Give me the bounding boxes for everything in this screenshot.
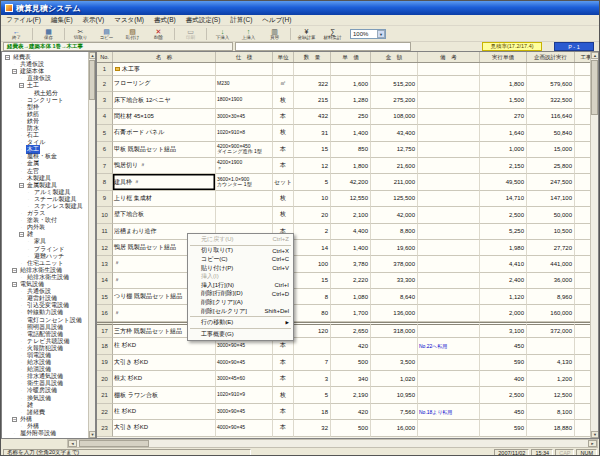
cell-exec-amount[interactable]: 50,840 [527, 125, 575, 141]
menu-item-8[interactable]: ヘルプ(H) [257, 15, 296, 25]
cell-quantity[interactable]: 8 [294, 289, 331, 305]
tree-scroll-thumb[interactable] [89, 60, 95, 100]
cell-unit-price[interactable]: 1,080 [331, 289, 371, 305]
cell-amount[interactable]: 275,200 [371, 92, 418, 108]
cell-exec-unit-price[interactable]: 590 [480, 355, 527, 371]
cell-amount[interactable]: 33,300 [371, 273, 418, 289]
cell-note[interactable] [418, 142, 480, 158]
tree-item[interactable]: ·型枠 [3, 104, 95, 111]
cell-exec-amount[interactable]: 247,500 [527, 174, 575, 190]
cell-exec-amount[interactable]: 8,100 [527, 404, 575, 420]
cell-name[interactable]: 床下地合板 12ベニヤ [113, 92, 216, 108]
cell-spec[interactable]: 4200×1900〃 [216, 158, 273, 174]
tree-collapse-icon[interactable]: − [12, 268, 17, 273]
cell-spec[interactable]: 3600×1.0×900カウンター 1型 [216, 174, 273, 190]
cell-exec-unit-price[interactable]: 1,000 [480, 142, 527, 158]
context-menu-item[interactable]: 工事概要(G) [188, 330, 293, 339]
cell-quantity[interactable]: 80 [294, 305, 331, 321]
menu-item-1[interactable]: ファイル(F) [1, 15, 46, 25]
cell-exec-amount[interactable]: 50,000 [527, 207, 575, 223]
cell-exec-unit-price[interactable] [480, 63, 527, 76]
cell-quantity[interactable]: 31 [294, 125, 331, 141]
cell-amount[interactable]: 12,750 [371, 142, 418, 158]
tree-collapse-icon[interactable]: − [19, 232, 24, 237]
cell-quantity[interactable]: 215 [294, 92, 331, 108]
cell-exec-amount[interactable]: 116,640 [527, 109, 575, 125]
context-menu-item[interactable]: コピー(C)Ctrl+C [188, 255, 293, 264]
cell-amount[interactable] [371, 63, 418, 76]
cell-name[interactable]: 石膏ボード パネル [113, 125, 216, 141]
cell-exec-unit-price[interactable]: 4,410 [480, 256, 527, 272]
zoom-select[interactable]: 100%▼ [350, 29, 386, 39]
cell-quantity[interactable]: 7 [294, 355, 331, 371]
page-break-button[interactable]: ▥頁替 [262, 26, 287, 41]
cell-unit-price[interactable]: 500 [331, 420, 371, 436]
cell-quantity[interactable] [294, 63, 331, 76]
cell-amount[interactable]: 19,600 [371, 240, 418, 256]
cell-exec-amount[interactable]: 27,720 [527, 240, 575, 256]
cell-note[interactable] [418, 420, 480, 436]
cut-button[interactable]: ✂切取り [68, 26, 93, 41]
cell-exec-amount[interactable] [527, 63, 575, 76]
menu-item-3[interactable]: 表示(V) [78, 15, 110, 25]
cell-unit-price[interactable]: 3,780 [331, 256, 371, 272]
cell-unit-price[interactable]: 1,400 [331, 240, 371, 256]
cell-quantity[interactable]: 2 [294, 224, 331, 240]
cell-spec[interactable]: 1020×910×9 [216, 387, 273, 403]
cell-unit[interactable]: 枚 [273, 92, 294, 108]
cell-spec[interactable]: 3000×90×45 [216, 404, 273, 420]
tree-item[interactable]: ·石工 [3, 132, 95, 139]
cell-note[interactable] [418, 289, 480, 305]
context-menu-item[interactable]: 削除[行削除](D)Ctrl+D [188, 290, 293, 299]
tree-item[interactable]: ·換気設備 [3, 395, 95, 402]
cell-unit[interactable]: 枚 [273, 125, 294, 141]
amount-calc-button[interactable]: ¥金額計算 [294, 26, 319, 41]
cell-amount[interactable]: 3,500 [371, 355, 418, 371]
context-menu-item[interactable]: 削除[クリア](A) [188, 298, 293, 307]
cell-spec[interactable]: 4000×90×45 [216, 355, 273, 371]
cell-note[interactable] [418, 92, 480, 108]
cell-name[interactable]: 上り框 集成材 [113, 191, 216, 207]
cell-unit-price[interactable]: 2,100 [331, 207, 371, 223]
cell-unit[interactable]: 本 [273, 404, 294, 420]
cell-unit-price[interactable]: 12,550 [331, 191, 371, 207]
cell-quantity[interactable] [294, 338, 331, 354]
hscroll-track[interactable]: ◄ ► [67, 439, 598, 448]
hscroll-left-icon[interactable]: ◄ [68, 440, 77, 447]
tree-item[interactable]: ·雑 [3, 402, 95, 409]
menu-item-5[interactable]: 書式(B) [149, 15, 181, 25]
cell-amount[interactable] [371, 338, 418, 354]
cell-unit-price[interactable]: 1,700 [331, 305, 371, 321]
cell-spec[interactable]: 3000×90×45 [216, 338, 273, 354]
cell-quantity[interactable]: 10 [294, 191, 331, 207]
cell-amount[interactable]: 8,640 [371, 289, 418, 305]
tree-item[interactable]: ·金属 [3, 160, 95, 167]
cell-amount[interactable]: 8,800 [371, 224, 418, 240]
cell-unit-price[interactable]: 2,190 [331, 387, 371, 403]
hscroll-thumb[interactable] [79, 440, 149, 447]
cell-name[interactable]: 壁下地合板 [113, 207, 216, 223]
cell-exec-unit-price[interactable]: 1,500 [480, 92, 527, 108]
cell-amount[interactable]: 515,200 [371, 76, 418, 92]
cell-note[interactable] [418, 305, 480, 321]
cell-spec[interactable] [216, 63, 273, 76]
cell-amount[interactable]: 136,000 [371, 305, 418, 321]
cell-unit-price[interactable]: 500 [331, 355, 371, 371]
table-scrollbar[interactable]: ▲ ▼ [590, 52, 598, 438]
tree-item[interactable]: ·塗装・吹付 [3, 217, 95, 224]
cell-amount[interactable]: 21,600 [371, 158, 418, 174]
cell-unit-price[interactable]: 2,650 [331, 322, 371, 338]
cell-spec[interactable]: M230 [216, 76, 273, 92]
tree-item[interactable]: ·コンクリート [3, 97, 95, 104]
cell-exec-unit-price[interactable]: 270 [480, 109, 527, 125]
cell-quantity[interactable]: 15 [294, 142, 331, 158]
cell-note[interactable] [418, 191, 480, 207]
cell-exec-unit-price[interactable]: 2,000 [480, 305, 527, 321]
cell-exec-amount[interactable]: 36,000 [527, 273, 575, 289]
tree-collapse-icon[interactable]: − [19, 183, 24, 188]
cell-unit[interactable]: 本 [273, 420, 294, 436]
cell-unit[interactable]: 本 [273, 158, 294, 174]
cell-amount[interactable]: 318,000 [371, 322, 418, 338]
cell-exec-unit-price[interactable]: 3,100 [480, 322, 527, 338]
cell-name[interactable]: フローリング [113, 76, 216, 92]
